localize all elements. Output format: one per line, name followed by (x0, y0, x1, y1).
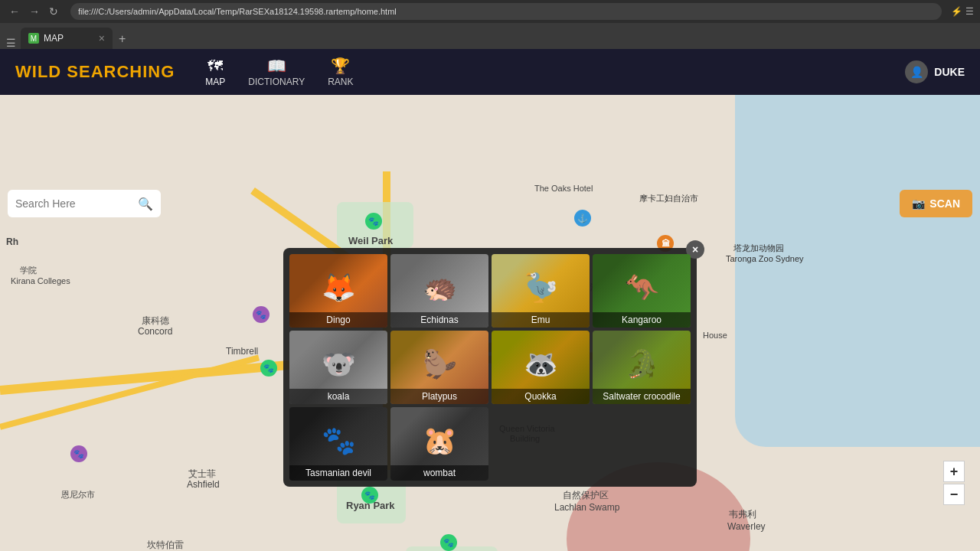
empty-cell-2 (593, 407, 691, 481)
nav-rank[interactable]: 🏆 RANK (328, 57, 353, 87)
label-taronga-en: Taronga Zoo Sydney (726, 254, 804, 263)
app-title: WILD SEARCHING (15, 62, 175, 82)
search-icon[interactable]: 🔍 (138, 197, 153, 211)
animal-modal: × 🦊 Dingo 🦔 Echidnas 🦤 Emu 🦘 Kangaroo (283, 248, 697, 487)
animal-saltwater-croc[interactable]: 🐊 Saltwater crocodile (593, 331, 691, 404)
scan-button[interactable]: 📷 SCAN (900, 190, 972, 217)
app-container: WILD SEARCHING 🗺 MAP 📖 DICTIONARY 🏆 RANK… (0, 49, 980, 505)
echidnas-label: Echidnas (390, 312, 488, 328)
zoom-in-button[interactable]: + (943, 461, 965, 482)
map-icon: 🗺 (207, 57, 223, 75)
label-concord-en: Concord (138, 326, 172, 337)
forward-button[interactable]: → (26, 4, 43, 19)
quokka-icon: 🦝 (524, 348, 558, 380)
koala-label: koala (289, 389, 387, 404)
label-waverley-en: Waverley (727, 521, 766, 532)
animal-platypus[interactable]: 🦫 Platypus (390, 331, 488, 404)
address-text: file:///C:/Users/admin/AppData/Local/Tem… (78, 7, 397, 16)
tasdevil-icon: 🐾 (322, 425, 356, 457)
saltwater-icon: 🐊 (625, 348, 659, 380)
platypus-icon: 🦫 (423, 348, 457, 380)
pin-concord[interactable]: 🐾 (253, 306, 270, 323)
map-container: 🔍 📷 SCAN Weil Par (0, 95, 980, 551)
label-uni-cn: 学院 (20, 265, 37, 276)
search-bar-container: 🔍 📷 SCAN (8, 190, 972, 217)
label-timbrell: Timbrell (226, 346, 258, 357)
address-bar[interactable]: file:///C:/Users/admin/AppData/Local/Tem… (70, 3, 942, 20)
animal-wombat[interactable]: 🐹 wombat (390, 407, 488, 481)
label-canterbury-cn: 坎特伯雷 (147, 539, 184, 551)
nav-dictionary-label: DICTIONARY (248, 77, 305, 87)
label-ashfield-en: Ashfield (187, 479, 220, 490)
water-right (735, 95, 980, 447)
animal-koala[interactable]: 🐨 koala (289, 331, 387, 404)
pin-enmore[interactable]: 🐾 (70, 445, 87, 462)
browser-tab[interactable]: M MAP × (21, 28, 113, 49)
browser-actions: ⚡ ☰ (951, 6, 974, 17)
animal-kangaroo[interactable]: 🦘 Kangaroo (593, 254, 691, 328)
dingo-label: Dingo (289, 312, 387, 328)
echidna-icon: 🦔 (423, 272, 457, 304)
scan-label: SCAN (929, 197, 960, 210)
animal-tasmanian-devil[interactable]: 🐾 Tasmanian devil (289, 407, 387, 481)
wombat-label: wombat (390, 465, 488, 481)
wombat-icon: 🐹 (423, 425, 457, 457)
emu-icon: 🦤 (524, 272, 558, 304)
nav-dictionary[interactable]: 📖 DICTIONARY (248, 57, 305, 87)
label-uni-en: Kirana Colleges (11, 276, 70, 285)
search-input[interactable] (15, 197, 133, 210)
browser-chrome: ← → ↻ file:///C:/Users/admin/AppData/Loc… (0, 0, 980, 23)
animal-dingo[interactable]: 🦊 Dingo (289, 254, 387, 328)
zoom-controls: + − (943, 461, 965, 505)
app-header: WILD SEARCHING 🗺 MAP 📖 DICTIONARY 🏆 RANK… (0, 49, 980, 95)
animal-grid: 🦊 Dingo 🦔 Echidnas 🦤 Emu 🦘 Kangaroo (289, 254, 691, 481)
tasdevil-label: Tasmanian devil (289, 465, 387, 481)
platypus-label: Platypus (390, 389, 488, 404)
label-lachlan: Lachlan Swamp (554, 502, 619, 513)
label-house: House (703, 331, 727, 340)
back-button[interactable]: ← (6, 4, 23, 19)
dingo-icon: 🦊 (322, 272, 356, 304)
tab-label: MAP (44, 33, 64, 44)
dictionary-icon: 📖 (267, 57, 286, 75)
zoom-out-button[interactable]: − (943, 484, 965, 505)
koala-icon: 🐨 (322, 348, 356, 380)
animal-echidnas[interactable]: 🦔 Echidnas (390, 254, 488, 328)
nav-map-label: MAP (205, 77, 225, 87)
tab-bar: ☰ M MAP × + (0, 23, 980, 49)
tab-close-button[interactable]: × (99, 32, 105, 44)
pin-ryan[interactable]: 🐾 (361, 487, 378, 504)
browser-nav: ← → ↻ (6, 4, 61, 19)
quokka-label: Quokka (492, 389, 590, 404)
nav-rank-label: RANK (328, 77, 353, 87)
label-waverley-cn: 韦弗利 (729, 508, 756, 521)
user-avatar: 👤 (905, 60, 928, 83)
label-enmore: 恩尼尔市 (61, 489, 95, 500)
empty-cell-1 (492, 407, 590, 481)
kangaroo-icon: 🦘 (625, 272, 659, 304)
header-right: 👤 DUKE (905, 60, 965, 83)
pin-timbrell[interactable]: 🐾 (260, 360, 277, 377)
animal-emu[interactable]: 🦤 Emu (492, 254, 590, 328)
search-wrapper: 🔍 (8, 190, 161, 217)
scan-icon: 📷 (912, 197, 925, 210)
pin-sydney-park[interactable]: 🐾 (440, 534, 457, 551)
reload-button[interactable]: ↻ (46, 4, 61, 19)
new-tab-button[interactable]: + (114, 29, 130, 49)
kangaroo-label: Kangaroo (593, 312, 691, 328)
emu-label: Emu (492, 312, 590, 328)
label-taronga-cn: 塔龙加动物园 (733, 243, 784, 254)
label-weil-park: Weil Park (348, 235, 393, 246)
extensions-button[interactable]: ⚡ (951, 6, 962, 17)
settings-button[interactable]: ☰ (965, 6, 974, 17)
rank-icon: 🏆 (331, 57, 350, 75)
sidebar-toggle[interactable]: ☰ (6, 37, 16, 49)
saltwater-label: Saltwater crocodile (593, 389, 691, 404)
nav-items: 🗺 MAP 📖 DICTIONARY 🏆 RANK (205, 57, 353, 87)
tab-favicon: M (28, 33, 39, 44)
label-reserve-cn: 自然保护区 (563, 489, 609, 502)
user-name: DUKE (934, 66, 965, 78)
nav-map[interactable]: 🗺 MAP (205, 57, 225, 87)
label-rh: Rh (6, 236, 18, 247)
animal-quokka[interactable]: 🦝 Quokka (492, 331, 590, 404)
